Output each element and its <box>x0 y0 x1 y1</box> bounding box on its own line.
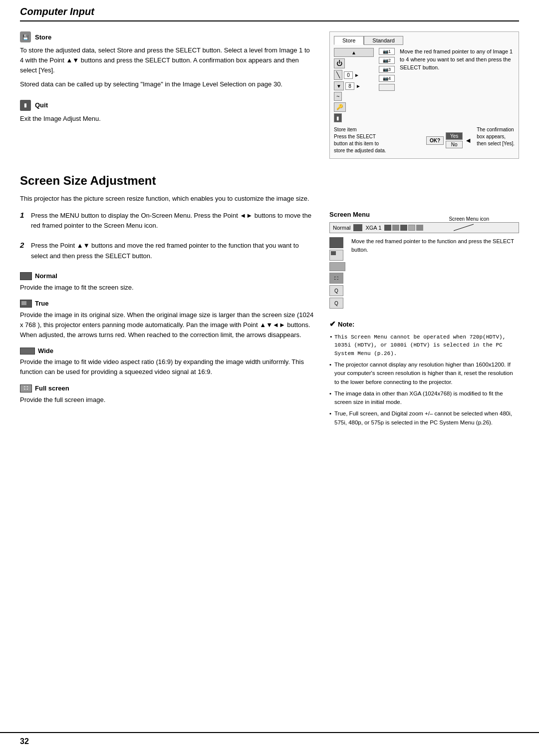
store-caption: Move the red framed pointer to any of Im… <box>400 48 515 122</box>
screen-size-section: Screen Size Adjustment This projector ha… <box>20 174 519 430</box>
section-intro: This projector has the picture screen re… <box>20 194 519 204</box>
store-icon: 💾 <box>20 31 31 42</box>
confirm-arrow: ◄ <box>465 136 472 144</box>
note-item-4: True, Full screen, and Digital zoom +/– … <box>329 409 519 427</box>
page-title: Computer Input <box>20 6 94 17</box>
store-diagram-header: Store Standard <box>334 36 515 45</box>
store-row-num2: 8 ► <box>334 81 374 90</box>
true-icon <box>20 300 32 308</box>
wide-label: Wide <box>38 347 53 355</box>
note-item-4-text: True, Full screen, and Digital zoom +/– … <box>334 410 512 425</box>
page: Computer Input 💾 Store To store the adju… <box>0 0 539 756</box>
note-item-2-text: The projector cannot display any resolut… <box>334 362 513 385</box>
screen-icon-wide <box>329 262 345 271</box>
screen-icons-panel: ⛶ Q Q Move the red framed pointer to the… <box>329 237 519 309</box>
step2-text: Press the Point ▲▼ buttons and move the … <box>31 241 314 261</box>
step1-text: Press the MENU button to display the On-… <box>31 211 314 231</box>
confirm-text: The confirmationbox appears,then select … <box>477 126 515 154</box>
step2-number: 2 <box>20 241 27 265</box>
btn-store-item[interactable]: ▮ <box>334 113 342 122</box>
true-body: Provide the image in its original size. … <box>20 310 314 340</box>
wide-body: Provide the image to fit wide video aspe… <box>20 357 314 377</box>
screen-icon-true <box>329 250 343 261</box>
store-tab-standard: Standard <box>364 36 403 45</box>
menu-icon3 <box>392 225 399 231</box>
menu-icons-group <box>384 225 423 231</box>
menu-icon5 <box>408 225 415 231</box>
screen-menu-label: Screen Menu <box>329 211 519 218</box>
store-row-num1: ╲ 0 ► <box>334 70 374 80</box>
no-btn[interactable]: No <box>446 141 463 148</box>
store-left-col: ⏻ ╲ 0 ► 8 ► ~ <box>334 48 374 122</box>
note-item-1-text: This Screen Menu cannot be operated when… <box>334 334 506 357</box>
num2: 8 <box>345 82 354 90</box>
store-body2: Stored data can be called up by selectin… <box>20 79 314 89</box>
yes-no-col: Yes No <box>446 132 463 148</box>
top-left: 💾 Store To store the adjusted data, sele… <box>20 31 314 159</box>
fullscreen-icon: ⛶ <box>20 384 32 392</box>
note-label: Note: <box>338 320 354 330</box>
menu-bar: Normal XGA 1 <box>329 222 519 233</box>
screen-menu-icon-label: Screen Menu icon <box>449 216 489 232</box>
menu-icon1 <box>353 224 362 231</box>
quit-icon: ▮ <box>20 100 31 111</box>
normal-icon <box>20 272 32 280</box>
top-content: 💾 Store To store the adjusted data, sele… <box>20 31 519 159</box>
screen-icon-zoom-out: Q <box>329 298 343 309</box>
note-title: ✔ Note: <box>329 319 519 330</box>
btn-slash[interactable]: ╲ <box>334 70 342 80</box>
normal-label: Normal <box>35 272 57 280</box>
main-right: Screen Menu Normal XGA 1 <box>329 211 519 430</box>
screen-icons-col: ⛶ Q Q <box>329 237 345 309</box>
top-right-diagram: Store Standard ⏻ ╲ 0 ► <box>329 31 519 159</box>
btn-up[interactable] <box>334 48 374 57</box>
quit-body: Exit the Image Adjust Menu. <box>20 114 314 124</box>
fullscreen-label-row: ⛶ Full screen <box>20 384 314 392</box>
store-main: ⏻ ╲ 0 ► 8 ► ~ <box>334 48 515 122</box>
menu-bar-wrapper: Normal XGA 1 <box>329 222 519 233</box>
num1: 0 <box>344 71 353 79</box>
yes-btn[interactable]: Yes <box>446 132 463 140</box>
store-row-ok: ▮ <box>334 113 374 122</box>
img-blank <box>379 84 395 91</box>
normal-body: Provide the image to fit the screen size… <box>20 283 314 293</box>
menu-icon2 <box>384 225 391 231</box>
btn-key[interactable]: 🔑 <box>334 102 346 112</box>
section-title: Screen Size Adjustment <box>20 174 519 188</box>
wide-icon <box>20 348 35 355</box>
step1-item: 1 Press the MENU button to display the O… <box>20 211 314 235</box>
menu-icon6 <box>416 225 423 231</box>
store-row-power: ⏻ <box>334 58 374 68</box>
screen-icon-normal <box>329 237 343 248</box>
main-content: 1 Press the MENU button to display the O… <box>20 211 519 430</box>
store-diagram: Store Standard ⏻ ╲ 0 ► <box>329 31 519 159</box>
btn-down[interactable] <box>334 81 344 90</box>
screen-icon-fullscreen: ⛶ <box>329 273 343 284</box>
store-row-key: 🔑 <box>334 102 374 112</box>
header-section: Computer Input <box>20 0 519 21</box>
screen-menu-diagram: Screen Menu Normal XGA 1 <box>329 211 519 427</box>
note-item-3: The image data in other than XGA (1024x7… <box>329 389 519 407</box>
img1: 📷1 <box>379 48 395 55</box>
true-label: True <box>35 300 48 307</box>
true-label-row: True <box>20 300 314 308</box>
ok-section: OK? Yes No ◄ <box>426 126 472 154</box>
wide-label-row: Wide <box>20 347 314 355</box>
store-item-text: Store itemPress the SELECTbutton at this… <box>334 126 421 154</box>
fullscreen-label: Full screen <box>35 384 69 392</box>
checkmark-icon: ✔ <box>329 319 336 330</box>
fullscreen-body: Provide the full screen image. <box>20 395 314 405</box>
note-box: ✔ Note: This Screen Menu cannot be opera… <box>329 319 519 427</box>
screen-menu-icon-text: Screen Menu icon <box>449 216 489 222</box>
store-label: Store <box>35 33 51 41</box>
store-body1: To store the adjusted data, select Store… <box>20 45 314 75</box>
store-images-col: 📷1 📷2 📷3 📷4 <box>379 48 395 122</box>
store-label-row: 💾 Store <box>20 31 314 42</box>
footer: 32 <box>0 732 539 746</box>
step1-number: 1 <box>20 211 27 235</box>
quit-label-row: ▮ Quit <box>20 100 314 111</box>
menu-xga: XGA 1 <box>365 225 381 231</box>
btn-power[interactable]: ⏻ <box>334 58 345 68</box>
move-caption-text: Move the red framed pointer to the funct… <box>351 238 514 253</box>
btn-wave[interactable]: ~ <box>334 92 342 101</box>
